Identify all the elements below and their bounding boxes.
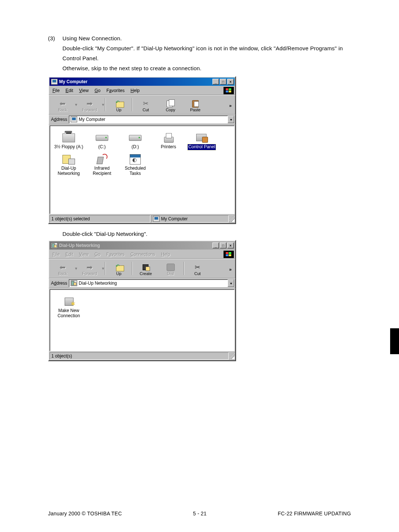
status-left: 1 object(s) selected — [50, 215, 150, 223]
up-button[interactable]: ↶ Up — [107, 260, 130, 277]
throbber-icon — [224, 251, 234, 258]
section-tab-marker — [390, 328, 399, 354]
address-field[interactable]: My Computer — [69, 115, 235, 123]
scissors-icon: ✂ — [143, 99, 149, 108]
arrow-right-icon: ➡ — [86, 263, 93, 272]
step-title: Using New Connection. — [62, 33, 351, 43]
menu-view[interactable]: View — [76, 88, 92, 94]
address-dropdown[interactable] — [228, 116, 234, 123]
mycomputer-icon — [71, 116, 77, 122]
menubar: File Edit View Go Favorites Connections … — [49, 250, 235, 259]
up-folder-icon: ↶ — [114, 99, 124, 108]
dial-button[interactable]: Dial — [159, 260, 182, 277]
window-title: Dial-Up Networking — [59, 243, 100, 248]
copy-button[interactable]: Copy — [159, 96, 182, 113]
mycomputer-icon — [153, 216, 160, 222]
address-dropdown[interactable] — [228, 279, 234, 287]
menubar: File Edit View Go Favorites Help — [49, 87, 235, 95]
menu-file[interactable]: File — [50, 88, 62, 94]
menu-favorites[interactable]: Favorites — [103, 251, 127, 257]
icon-floppy-a[interactable]: 3½ Floppy (A:) — [52, 132, 85, 150]
floppy-icon — [62, 133, 75, 142]
control-panel-icon — [195, 133, 208, 143]
address-field[interactable]: Dial-Up Networking — [69, 279, 235, 287]
page-footer: January 2000 © TOSHIBA TEC 5 - 21 FC-22 … — [48, 511, 351, 516]
up-button[interactable]: ↶ Up — [107, 96, 130, 113]
paste-icon — [191, 99, 200, 108]
menu-connections[interactable]: Connections — [127, 251, 158, 257]
arrow-left-icon: ⬅ — [59, 99, 66, 108]
menu-go[interactable]: Go — [92, 251, 103, 257]
infrared-icon — [96, 154, 108, 165]
titlebar[interactable]: Dial-Up Networking _ □ × — [50, 241, 235, 250]
scissors-icon: ✂ — [195, 263, 200, 271]
maximize-button[interactable]: □ — [220, 243, 226, 248]
paste-button[interactable]: Paste — [184, 96, 207, 113]
footer-left: January 2000 © TOSHIBA TEC — [48, 511, 122, 516]
close-button[interactable]: × — [227, 79, 234, 85]
minimize-button[interactable]: _ — [212, 79, 219, 85]
throbber-icon — [224, 87, 234, 94]
dial-icon — [167, 264, 175, 271]
step-line2: Otherwise, skip to the next step to crea… — [62, 63, 351, 73]
toolbar-overflow[interactable]: » — [227, 265, 234, 272]
toolbar-overflow[interactable]: » — [227, 101, 234, 108]
icon-drive-c[interactable]: (C:) — [85, 132, 119, 150]
copy-icon — [166, 99, 175, 108]
dial-up-icon — [62, 154, 75, 165]
menu-edit[interactable]: Edit — [62, 251, 76, 257]
icon-scheduled-tasks[interactable]: Scheduled Tasks — [119, 154, 152, 177]
create-button[interactable]: Create — [134, 260, 157, 277]
dial-up-icon — [71, 280, 77, 286]
address-label: Address — [50, 281, 69, 286]
menu-favorites[interactable]: Favorites — [103, 88, 127, 94]
cut-button[interactable]: ✂ Cut — [134, 96, 157, 113]
caption-dun: Double-click "Dial-Up Networking". — [62, 231, 351, 237]
scheduled-tasks-icon — [130, 154, 141, 165]
create-icon — [142, 264, 150, 271]
window-my-computer: My Computer _ □ × File Edit View Go Favo… — [48, 76, 236, 224]
footer-center: 5 - 21 — [193, 511, 207, 516]
menu-help[interactable]: Help — [127, 88, 143, 94]
close-button[interactable]: × — [227, 243, 234, 248]
back-button[interactable]: ⬅ Back — [51, 260, 74, 277]
icon-control-panel[interactable]: Control Panel — [185, 132, 218, 150]
menu-file[interactable]: File — [50, 251, 62, 257]
menu-edit[interactable]: Edit — [62, 88, 76, 94]
printer-icon — [163, 133, 174, 143]
toolbar: ⬅ Back ▾ ➡ Forward ▾ ↶ Up ✂ Cut Copy — [49, 95, 235, 115]
forward-button[interactable]: ➡ Forward — [78, 96, 101, 113]
content-area: Make New Connection — [50, 289, 235, 351]
window-title: My Computer — [59, 79, 88, 84]
toolbar: ⬅ Back ▾ ➡ Forward ▾ ↶ Up Create Dial — [49, 259, 235, 278]
cut-button[interactable]: ✂ Cut — [186, 260, 209, 277]
maximize-button[interactable]: □ — [220, 79, 226, 85]
resize-grip[interactable] — [229, 352, 235, 359]
hdd-icon — [96, 135, 108, 141]
make-new-connection-icon — [62, 296, 75, 307]
address-bar: Address My Computer — [49, 115, 235, 125]
menu-help[interactable]: Help — [158, 251, 173, 257]
icon-make-new-connection[interactable]: Make New Connection — [52, 296, 85, 319]
address-bar: Address Dial-Up Networking — [49, 278, 235, 288]
arrow-right-icon: ➡ — [86, 99, 93, 108]
address-label: Address — [50, 117, 69, 122]
address-value: Dial-Up Networking — [79, 281, 117, 286]
step-number: (3) — [48, 33, 60, 73]
icon-printers[interactable]: Printers — [152, 132, 185, 150]
icon-drive-d[interactable]: (D:) — [119, 132, 152, 150]
arrow-left-icon: ⬅ — [59, 263, 66, 272]
forward-button[interactable]: ➡ Forward — [78, 260, 101, 277]
back-button[interactable]: ⬅ Back — [51, 96, 74, 113]
menu-view[interactable]: View — [76, 251, 92, 257]
footer-right: FC-22 FIRMWARE UPDATING — [278, 511, 351, 516]
hdd-icon — [129, 135, 141, 141]
minimize-button[interactable]: _ — [212, 243, 219, 248]
icon-infrared-recipient[interactable]: Infrared Recipient — [85, 154, 119, 177]
dial-up-icon — [51, 243, 58, 248]
menu-go[interactable]: Go — [92, 88, 103, 94]
icon-dial-up-networking[interactable]: Dial-Up Networking — [52, 154, 85, 177]
titlebar[interactable]: My Computer _ □ × — [50, 78, 235, 86]
resize-grip[interactable] — [229, 215, 235, 222]
address-value: My Computer — [79, 117, 105, 122]
